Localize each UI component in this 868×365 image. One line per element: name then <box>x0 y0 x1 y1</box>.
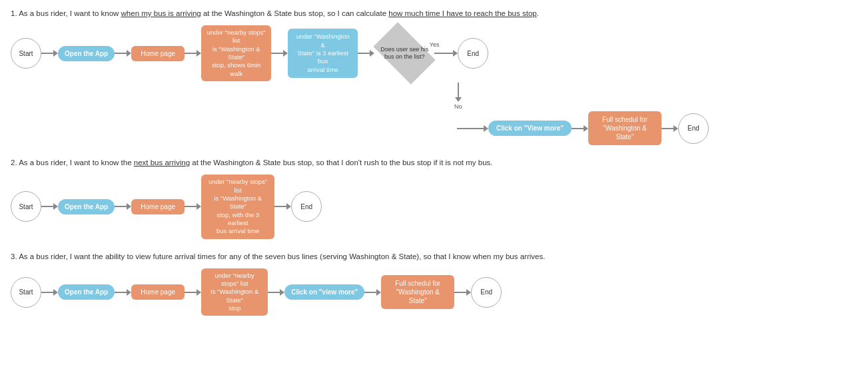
node-open-app-1: Open the App <box>58 46 115 61</box>
arrow-2-1 <box>41 203 58 210</box>
node-start-3: Start <box>11 277 41 308</box>
node-start-2: Start <box>11 191 41 222</box>
node-full-sched-1: Full schedul for"Washington & State" <box>588 111 661 145</box>
story-2-title: 2. As a bus rider, I want to know the ne… <box>11 157 857 168</box>
node-open-app-2: Open the App <box>58 199 115 214</box>
node-start-1: Start <box>11 38 41 69</box>
arrow-3-5 <box>364 289 381 296</box>
arrow-yes-1: Yes <box>434 50 458 57</box>
arrow-2 <box>115 50 131 57</box>
arrow-2-4 <box>274 203 291 210</box>
node-open-app-3: Open the App <box>58 284 115 300</box>
story-1: 1. As a bus rider, I want to know when m… <box>11 8 857 145</box>
arrow-3-3 <box>185 289 201 296</box>
node-end-1-top: End <box>458 38 488 69</box>
node-nearby-2: under "nearby stops" listis "Washington … <box>201 175 274 238</box>
arrow-4 <box>271 50 288 57</box>
node-end-2: End <box>291 191 322 222</box>
arrow-3-4 <box>268 289 284 296</box>
node-home-1: Home page <box>131 46 185 61</box>
story-2: 2. As a bus rider, I want to know the ne… <box>11 157 857 239</box>
arrow-6 <box>572 125 588 132</box>
arrow-3-2 <box>115 289 131 296</box>
node-nearby-3: under "nearby stops" listIs "Washington … <box>201 268 268 316</box>
node-click-view-3: Click on "view more" <box>284 284 364 300</box>
node-full-sched-3: Full schedul for"Washington & State" <box>381 275 454 309</box>
node-end-1-bottom: End <box>678 113 709 144</box>
arrow-5 <box>358 50 374 57</box>
node-wash-state-1: under "Washington &State" is 3 earliest … <box>288 29 358 78</box>
story-3: 3. As a bus rider, I want the ability to… <box>11 251 857 316</box>
node-home-3: Home page <box>131 284 185 300</box>
arrow-7 <box>661 125 678 132</box>
arrow-3 <box>185 50 201 57</box>
node-end-3: End <box>471 277 502 308</box>
story-3-title: 3. As a bus rider, I want the ability to… <box>11 251 857 262</box>
arrow-3-6 <box>454 289 471 296</box>
node-nearby-1: under "nearby stops" listis "Washington … <box>201 25 271 81</box>
arrow-2-2 <box>115 203 131 210</box>
story-1-title: 1. As a bus rider, I want to know when m… <box>11 8 857 19</box>
node-view-more-1: Click on "View more" <box>488 121 572 136</box>
arrow-3-1 <box>41 289 58 296</box>
node-diamond-1: Does user see hisbus on the list? <box>374 33 434 73</box>
node-home-2: Home page <box>131 199 185 214</box>
arrow-2-3 <box>185 203 201 210</box>
arrow-1 <box>41 50 58 57</box>
